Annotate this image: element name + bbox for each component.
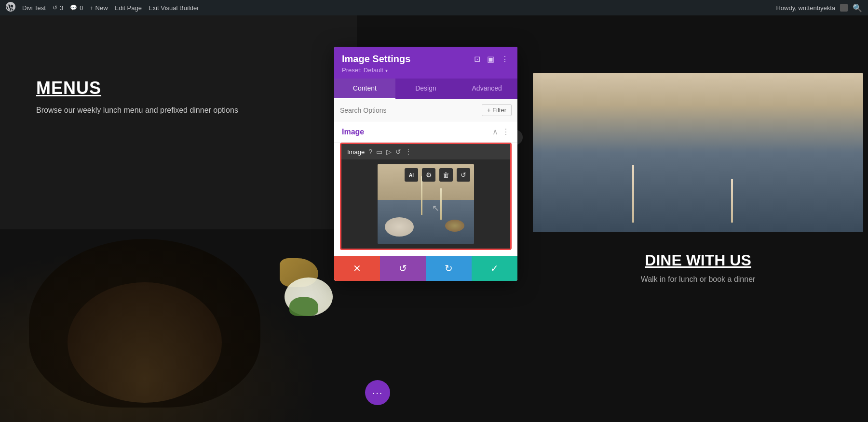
menus-section: MENUS Browse our weekly lunch menu and p…	[36, 78, 238, 115]
preview-candle-1	[421, 176, 422, 215]
three-dots-icon: ···	[372, 387, 383, 398]
comments[interactable]: 💬 0	[70, 4, 83, 12]
menus-subtitle: Browse our weekly lunch menu and prefixe…	[36, 106, 238, 115]
cursor-icon: ↖	[432, 203, 439, 213]
image-more-icon[interactable]: ⋮	[405, 148, 412, 156]
modal-focus-icon[interactable]: ⊡	[473, 53, 481, 65]
ai-icon[interactable]: AI	[405, 168, 418, 182]
admin-bar-right: Howdy, writtenbyekta 🔍	[776, 3, 862, 13]
dine-section: DINE WITH US Walk in for lunch or book a…	[533, 251, 863, 284]
modal-header-top: Image Settings ⊡ ▣ ⋮	[342, 53, 510, 65]
search-icon[interactable]: 🔍	[853, 3, 862, 13]
section-more-icon[interactable]: ⋮	[502, 127, 510, 136]
user-avatar[interactable]	[840, 4, 848, 12]
herb-detail	[289, 297, 318, 316]
settings-icon[interactable]: ⚙	[422, 168, 435, 182]
cursor-select-icon[interactable]: ▷	[386, 148, 392, 156]
image-toolbar: Image ? ▭ ▷ ↺ ⋮	[341, 144, 510, 159]
filter-button[interactable]: + Filter	[482, 104, 512, 116]
candle-1	[632, 165, 634, 223]
undo-button[interactable]: ↺	[380, 256, 426, 281]
wp-logo[interactable]	[6, 2, 15, 13]
admin-bar: Divi Test ↺ 3 💬 0 + New Edit Page Exit V…	[0, 0, 868, 15]
modal-search-bar: + Filter	[334, 99, 517, 121]
help-icon[interactable]: ?	[368, 148, 372, 156]
undo-icon[interactable]: ↺	[457, 168, 470, 182]
modal-more-icon[interactable]: ⋮	[500, 53, 510, 65]
bowl-shape	[29, 239, 260, 408]
modal-preset[interactable]: Preset: Default ▾	[342, 66, 510, 74]
modal-tabs: Content Design Advanced	[334, 79, 517, 99]
section-icons: ∧ ⋮	[492, 127, 510, 136]
modal-title: Image Settings	[342, 53, 410, 65]
delete-icon[interactable]: 🗑	[439, 168, 453, 182]
image-toolbar-label: Image	[347, 148, 365, 156]
food-bowl-area	[0, 229, 357, 422]
redo-button[interactable]: ↻	[426, 256, 472, 281]
exit-visual-builder-button[interactable]: Exit Visual Builder	[149, 4, 199, 12]
edit-page-button[interactable]: Edit Page	[115, 4, 142, 12]
revisions[interactable]: ↺ 3	[53, 4, 63, 12]
new-button[interactable]: + New	[90, 4, 108, 12]
wordpress-icon	[6, 2, 15, 12]
howdy-text: Howdy, writtenbyekta	[776, 4, 835, 12]
tab-design[interactable]: Design	[395, 79, 457, 99]
image-settings-modal: Image Settings ⊡ ▣ ⋮ Preset: Default ▾ C…	[334, 47, 517, 281]
preview-candle-2	[440, 188, 442, 220]
collapse-icon[interactable]: ∧	[492, 127, 498, 136]
table-scene	[533, 73, 863, 232]
confirm-button[interactable]: ✓	[472, 256, 517, 281]
image-preview-container[interactable]: AI ⚙ 🗑 ↺ ↖	[341, 159, 510, 249]
modal-footer: ✕ ↺ ↻ ✓	[334, 256, 517, 281]
modal-expand-icon[interactable]: ▣	[486, 53, 495, 65]
tab-content[interactable]: Content	[334, 79, 395, 99]
preview-image: AI ⚙ 🗑 ↺ ↖	[378, 164, 474, 244]
site-name[interactable]: Divi Test	[22, 4, 46, 12]
modal-header-icons: ⊡ ▣ ⋮	[473, 53, 510, 65]
modal-header: Image Settings ⊡ ▣ ⋮ Preset: Default ▾	[334, 47, 517, 79]
search-options-input[interactable]	[340, 106, 478, 114]
image-section-header: Image ∧ ⋮	[334, 121, 517, 143]
cancel-button[interactable]: ✕	[334, 256, 380, 281]
preview-overlay-icons: AI ⚙ 🗑 ↺	[405, 168, 470, 182]
tab-advanced[interactable]: Advanced	[456, 79, 517, 99]
reset-icon[interactable]: ↺	[395, 148, 401, 156]
image-upload-area: Image ? ▭ ▷ ↺ ⋮	[340, 143, 512, 250]
responsive-icon[interactable]: ▭	[376, 148, 382, 156]
dine-title: DINE WITH US	[533, 251, 863, 269]
dine-subtitle: Walk in for lunch or book a dinner	[533, 275, 863, 284]
bowl-content	[68, 282, 222, 403]
page-left: MENUS Browse our weekly lunch menu and p…	[0, 15, 357, 422]
page-content: MENUS Browse our weekly lunch menu and p…	[0, 15, 868, 422]
admin-bar-left: Divi Test ↺ 3 💬 0 + New Edit Page Exit V…	[6, 2, 768, 13]
candle-2	[731, 179, 733, 223]
section-title: Image	[342, 128, 364, 136]
page-right: DINE WITH US Walk in for lunch or book a…	[528, 15, 868, 422]
menus-title: MENUS	[36, 78, 238, 98]
right-dining-image	[533, 73, 863, 232]
floating-menu-button[interactable]: ···	[365, 380, 390, 405]
